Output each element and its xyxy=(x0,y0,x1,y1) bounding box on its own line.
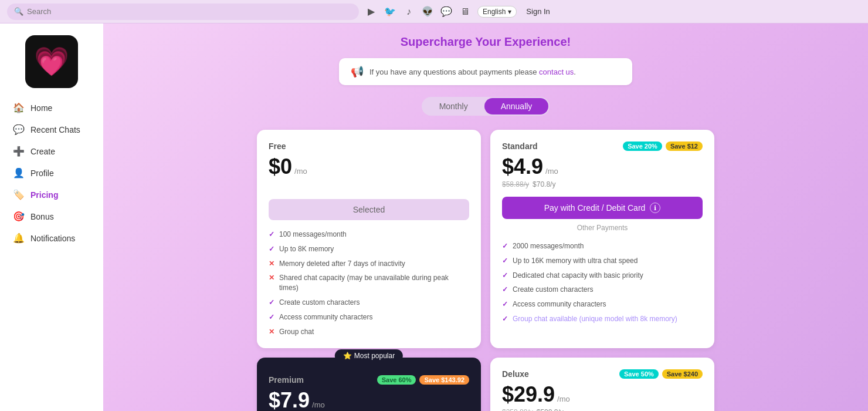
feature-item: ✓ Group chat available (unique model wit… xyxy=(502,314,703,324)
main-content: Supercharge Your Experience! 📢 If you ha… xyxy=(103,23,868,411)
check-icon: ✓ xyxy=(269,298,274,306)
logo-heart-icon: 💗 xyxy=(34,45,69,78)
price-amount-deluxe: $29.9 xyxy=(502,382,555,407)
twitter-icon[interactable]: 🐦 xyxy=(384,5,396,18)
sidebar-item-recent-chats[interactable]: 💬 Recent Chats xyxy=(4,119,100,140)
youtube-icon[interactable]: ▶ xyxy=(365,5,378,18)
feature-item: ✓ 100 messages/month xyxy=(269,230,469,240)
badge-save-20: Save 20% xyxy=(623,142,662,151)
check-icon: ✓ xyxy=(502,315,508,323)
badge-save-50: Save 50% xyxy=(619,369,659,379)
logo-area: 💗 xyxy=(0,29,103,97)
free-selected-button[interactable]: Selected xyxy=(269,199,469,220)
plan-header-standard: Standard Save 20% Save $12 xyxy=(502,142,703,151)
info-icon: ℹ xyxy=(650,203,660,213)
plan-header-deluxe: Deluxe Save 50% Save $240 xyxy=(502,369,703,379)
plan-name-deluxe: Deluxe xyxy=(502,369,529,379)
feature-text: Access community characters xyxy=(279,312,372,322)
plan-name-standard: Standard xyxy=(502,142,538,151)
main-layout: 💗 🏠 Home 💬 Recent Chats ➕ Create 👤 Profi… xyxy=(0,23,868,411)
sidebar-item-notifications[interactable]: 🔔 Notifications xyxy=(4,228,100,248)
search-bar[interactable]: 🔍 xyxy=(7,4,359,20)
nav-icons: ▶ 🐦 ♪ 👽 💬 🖥 xyxy=(365,5,472,18)
reddit-icon[interactable]: 👽 xyxy=(421,5,434,18)
feature-text: Shared chat capacity (may be unavailable… xyxy=(279,273,469,293)
price-amount-free: $0 xyxy=(269,154,292,179)
toggle-container: Monthly Annually xyxy=(422,97,550,116)
check-icon: ✓ xyxy=(269,230,274,238)
sign-in-button[interactable]: Sign In xyxy=(523,7,553,16)
old-price-standard: $58.88/y xyxy=(502,180,529,188)
sidebar-item-label: Bonus xyxy=(30,212,54,221)
sidebar-item-label: Notifications xyxy=(30,234,75,243)
feature-item: ✕ Memory deleted after 7 days of inactiv… xyxy=(269,259,469,269)
sidebar-item-home[interactable]: 🏠 Home xyxy=(4,97,100,118)
feature-text: Access community characters xyxy=(513,299,606,309)
discord-icon[interactable]: 💬 xyxy=(440,5,453,18)
top-nav: 🔍 ▶ 🐦 ♪ 👽 💬 🖥 English ▾ Sign In xyxy=(0,0,868,23)
x-icon: ✕ xyxy=(269,274,274,282)
search-input[interactable] xyxy=(27,7,352,16)
price-period-premium: /mo xyxy=(312,400,325,409)
feature-item: ✓ Access community characters xyxy=(502,299,703,309)
monthly-toggle[interactable]: Monthly xyxy=(423,98,484,114)
price-annual-standard: $58.88/y $70.8/y xyxy=(502,180,703,188)
x-icon: ✕ xyxy=(269,328,274,336)
billing-toggle: Monthly Annually xyxy=(117,97,854,116)
free-features-list: ✓ 100 messages/month ✓ Up to 8K memory ✕… xyxy=(269,230,469,336)
new-price-standard: $70.8/y xyxy=(533,180,555,188)
sidebar-item-create[interactable]: ➕ Create xyxy=(4,141,100,161)
info-banner-text: If you have any questions about payments… xyxy=(369,68,576,76)
star-icon: ⭐ xyxy=(343,352,352,360)
check-icon: ✓ xyxy=(269,245,274,253)
feature-item: ✓ 2000 messages/month xyxy=(502,241,703,251)
sidebar-item-pricing[interactable]: 🏷️ Pricing xyxy=(4,184,100,205)
plan-card-deluxe: Deluxe Save 50% Save $240 $29.9 /mo $358… xyxy=(490,358,714,411)
search-icon: 🔍 xyxy=(14,7,23,16)
feature-item: ✓ Create custom characters xyxy=(502,285,703,295)
feature-text: Dedicated chat capacity with basic prior… xyxy=(513,271,643,281)
feature-text: Group chat available (unique model with … xyxy=(513,314,677,324)
new-price-deluxe: $598.8/y xyxy=(537,408,564,411)
price-amount-premium: $7.9 xyxy=(269,388,310,411)
price-annual-deluxe: $358.88/y $598.8/y xyxy=(502,408,703,411)
sidebar-item-label: Profile xyxy=(30,169,54,178)
logo-box[interactable]: 💗 xyxy=(25,35,78,88)
plan-badges-standard: Save 20% Save $12 xyxy=(623,142,703,151)
check-icon: ✓ xyxy=(502,300,508,308)
badge-save-12: Save $12 xyxy=(666,142,703,151)
pricing-icon: 🏷️ xyxy=(13,189,25,200)
tiktok-icon[interactable]: ♪ xyxy=(402,5,415,18)
language-label: English xyxy=(483,8,506,16)
annually-toggle[interactable]: Annually xyxy=(484,98,549,114)
sidebar-item-profile[interactable]: 👤 Profile xyxy=(4,163,100,183)
sidebar-item-label: Create xyxy=(30,147,55,156)
x-icon: ✕ xyxy=(269,260,274,268)
plan-card-standard: Standard Save 20% Save $12 $4.9 /mo $58.… xyxy=(490,130,714,348)
sidebar-item-label: Pricing xyxy=(30,190,58,200)
plan-badges-deluxe: Save 50% Save $240 xyxy=(619,369,703,379)
profile-icon: 👤 xyxy=(13,167,25,178)
monitor-icon[interactable]: 🖥 xyxy=(459,5,472,18)
plan-header-premium: Premium Save 60% Save $143.92 xyxy=(269,375,469,385)
feature-text: Up to 8K memory xyxy=(279,244,334,254)
feature-text: Memory deleted after 7 days of inactivit… xyxy=(279,259,405,269)
plan-name-free: Free xyxy=(269,142,286,151)
plan-price-standard: $4.9 /mo xyxy=(502,154,703,179)
plan-price-free: $0 /mo xyxy=(269,154,469,179)
badge-save-240: Save $240 xyxy=(662,369,703,379)
other-payments-standard[interactable]: Other Payments xyxy=(502,224,703,232)
old-price-deluxe: $358.88/y xyxy=(502,408,533,411)
feature-item: ✕ Group chat xyxy=(269,327,469,337)
bonus-icon: 🎯 xyxy=(13,211,25,222)
language-selector[interactable]: English ▾ xyxy=(477,6,517,18)
standard-pay-button[interactable]: Pay with Credit / Debit Card ℹ xyxy=(502,197,703,219)
bell-icon: 🔔 xyxy=(13,233,25,244)
feature-item: ✓ Up to 8K memory xyxy=(269,244,469,254)
price-period-standard: /mo xyxy=(545,167,558,176)
feature-text: Create custom characters xyxy=(513,285,593,295)
feature-text: Up to 16K memory with ultra chat speed xyxy=(513,256,638,266)
contact-us-link[interactable]: contact us xyxy=(539,68,574,76)
sidebar-item-label: Recent Chats xyxy=(30,125,80,134)
sidebar-item-bonus[interactable]: 🎯 Bonus xyxy=(4,206,100,227)
